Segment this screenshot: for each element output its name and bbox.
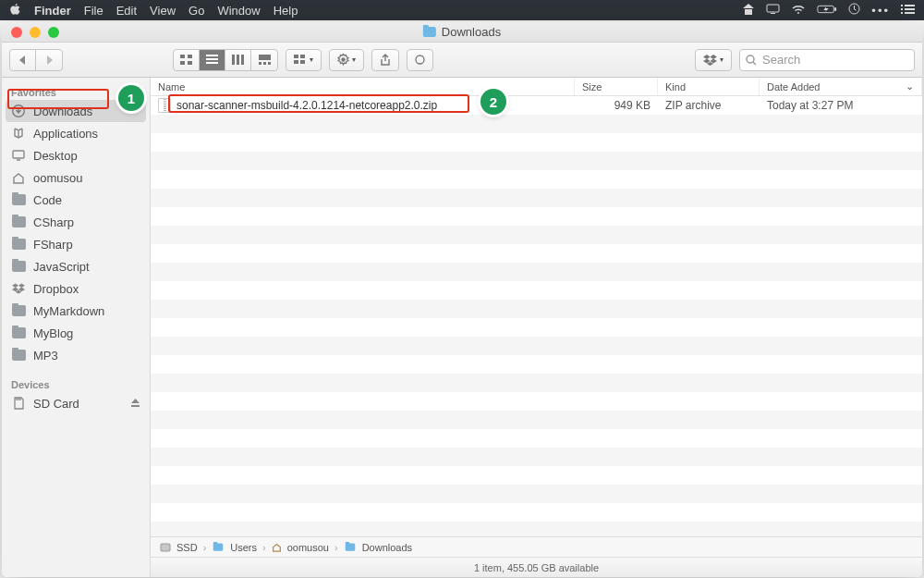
dots-icon[interactable]: •••: [871, 4, 890, 18]
svg-point-25: [747, 55, 754, 63]
column-size[interactable]: Size: [575, 78, 658, 95]
column-date-added[interactable]: Date Added⌄: [760, 78, 922, 95]
svg-rect-19: [294, 55, 298, 58]
eject-icon[interactable]: [130, 397, 140, 411]
column-label: Date Added: [767, 81, 821, 92]
search-field[interactable]: Search: [739, 49, 915, 71]
column-kind[interactable]: Kind: [658, 78, 760, 95]
sidebar-item-mymarkdown[interactable]: MyMarkdown: [2, 300, 150, 322]
path-segment[interactable]: SSD: [176, 542, 198, 553]
sidebar-item-home[interactable]: oomusou: [2, 166, 150, 189]
clock-icon[interactable]: [848, 3, 860, 18]
window-zoom-button[interactable]: [48, 27, 59, 38]
wifi-icon[interactable]: [791, 4, 806, 18]
folder-icon: [345, 543, 355, 550]
nav-back-forward: [9, 49, 63, 71]
menu-go[interactable]: Go: [188, 4, 204, 18]
column-headers: Name Size Kind Date Added⌄: [151, 78, 922, 96]
status-bar: 1 item, 455.05 GB available: [151, 557, 922, 577]
sidebar-item-fsharp[interactable]: FSharp: [2, 233, 150, 255]
annotation-callout-2: 2: [480, 89, 506, 115]
tags-button[interactable]: [407, 49, 433, 71]
file-name: sonar-scanner-msbuild-4.2.0.1214-netcore…: [176, 99, 437, 112]
svg-rect-20: [300, 55, 305, 58]
view-columns-button[interactable]: [225, 50, 251, 70]
svg-rect-14: [241, 55, 244, 65]
menubar-app-name[interactable]: Finder: [34, 4, 71, 18]
sidebar-item-applications[interactable]: Applications: [2, 122, 150, 144]
svg-point-24: [416, 55, 424, 64]
file-row[interactable]: sonar-scanner-msbuild-4.2.0.1214-netcore…: [151, 96, 922, 115]
nav-forward-button[interactable]: [36, 50, 62, 70]
svg-rect-27: [13, 151, 24, 158]
window-titlebar[interactable]: Downloads: [2, 22, 922, 43]
view-icon-button[interactable]: [174, 50, 200, 70]
svg-rect-8: [188, 61, 192, 65]
battery-icon[interactable]: [817, 4, 837, 18]
sidebar-item-desktop[interactable]: Desktop: [2, 144, 150, 166]
column-label: Name: [158, 81, 185, 92]
svg-rect-3: [835, 7, 837, 11]
desktop-icon: [11, 148, 26, 163]
search-placeholder: Search: [762, 53, 800, 67]
folder-icon: [11, 237, 26, 252]
sidebar-item-label: Dropbox: [33, 282, 79, 296]
action-button[interactable]: ▾: [329, 49, 364, 71]
sidebar-item-label: Code: [33, 193, 62, 207]
svg-rect-28: [161, 544, 170, 551]
sidebar-item-sdcard[interactable]: SD Card: [2, 392, 150, 414]
window-close-button[interactable]: [11, 27, 22, 38]
path-segment[interactable]: Users: [230, 542, 257, 553]
svg-rect-0: [767, 5, 779, 12]
sidebar-item-myblog[interactable]: MyBlog: [2, 322, 150, 344]
sidebar-item-label: MP3: [33, 349, 58, 363]
menu-window[interactable]: Window: [217, 4, 260, 18]
share-button[interactable]: [371, 49, 399, 71]
path-segment[interactable]: Downloads: [362, 542, 412, 553]
svg-rect-16: [259, 62, 261, 65]
folder-icon: [11, 215, 26, 229]
dropbox-button[interactable]: ▾: [695, 49, 732, 71]
applications-icon: [11, 126, 26, 141]
zip-file-icon: [158, 98, 171, 113]
menu-help[interactable]: Help: [274, 4, 298, 18]
sidebar-heading-devices: Devices: [2, 374, 150, 392]
menu-file[interactable]: File: [84, 4, 103, 18]
sidebar-item-code[interactable]: Code: [2, 189, 150, 211]
display-icon[interactable]: [766, 4, 780, 18]
statusbar-app-icon[interactable]: [742, 4, 755, 18]
folder-icon: [11, 259, 26, 274]
svg-rect-7: [180, 61, 185, 65]
svg-rect-9: [206, 55, 218, 56]
view-gallery-button[interactable]: [251, 50, 277, 70]
folder-icon: [11, 303, 26, 318]
nav-back-button[interactable]: [10, 50, 36, 70]
svg-rect-13: [237, 55, 239, 65]
downloads-icon: [11, 104, 26, 118]
sidebar-item-label: FSharp: [33, 238, 73, 252]
menu-edit[interactable]: Edit: [116, 4, 137, 18]
sidebar-item-label: Downloads: [33, 105, 92, 118]
chevron-down-icon: ⌄: [906, 80, 914, 92]
folder-icon: [213, 543, 224, 550]
macos-menubar: Finder File Edit View Go Window Help •••: [0, 0, 924, 20]
list-icon[interactable]: [901, 4, 915, 18]
window-minimize-button[interactable]: [30, 27, 41, 38]
column-name[interactable]: Name: [151, 78, 575, 95]
apple-icon[interactable]: [9, 3, 21, 18]
annotation-callout-1: 1: [118, 85, 144, 111]
arrange-button[interactable]: ▾: [286, 49, 322, 71]
sidebar-item-dropbox[interactable]: Dropbox: [2, 277, 150, 300]
sidebar-item-mp3[interactable]: MP3: [2, 344, 150, 366]
sidebar-item-javascript[interactable]: JavaScript: [2, 255, 150, 277]
view-list-button[interactable]: [200, 50, 225, 70]
file-kind: ZIP archive: [658, 99, 760, 112]
sidebar-item-csharp[interactable]: CSharp: [2, 211, 150, 233]
svg-rect-11: [206, 62, 218, 64]
file-list[interactable]: sonar-scanner-msbuild-4.2.0.1214-netcore…: [151, 96, 922, 536]
folder-icon: [11, 348, 26, 363]
sidebar-item-label: CSharp: [33, 215, 74, 229]
sidebar-item-label: MyBlog: [33, 326, 73, 340]
path-segment[interactable]: oomusou: [287, 542, 329, 553]
menu-view[interactable]: View: [150, 4, 176, 18]
